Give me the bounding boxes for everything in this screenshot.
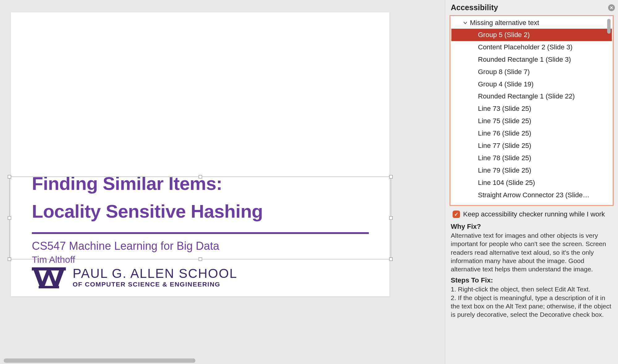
text-cursor-indicator: c — [205, 212, 210, 217]
accessibility-issues-list[interactable]: Missing alternative text Group 5 (Slide … — [451, 17, 612, 204]
issue-item[interactable]: Line 77 (Slide 25) — [451, 140, 612, 152]
uw-w-logo-icon — [32, 267, 66, 288]
issue-item[interactable]: Group 5 (Slide 2) — [451, 29, 612, 41]
why-fix-section: Why Fix? Alternative text for images and… — [445, 223, 618, 276]
step-line: 1. Right-click the object, then select E… — [451, 285, 612, 293]
resize-handle-mid-right[interactable] — [389, 216, 393, 220]
issue-item[interactable]: Line 73 (Slide 25) — [451, 103, 612, 115]
check-icon: ✓ — [454, 211, 458, 218]
chevron-down-icon — [463, 21, 467, 25]
issue-item[interactable]: Line 75 (Slide 25) — [451, 115, 612, 127]
issue-item[interactable]: Line 79 (Slide 25) — [451, 164, 612, 177]
svg-rect-0 — [32, 267, 66, 270]
slide-title-line2: Locality Sensitive Hashing — [32, 198, 369, 225]
slide-title-line1: Finding Similar Items: — [32, 170, 369, 198]
steps-to-fix-section: Steps To Fix: 1. Right-click the object,… — [445, 276, 618, 322]
school-name-main: PAUL G. ALLEN SCHOOL — [73, 267, 237, 280]
accessibility-issues-box: Missing alternative text Group 5 (Slide … — [450, 15, 614, 206]
school-name-sub: OF COMPUTER SCIENCE & ENGINEERING — [73, 281, 237, 288]
issue-item[interactable]: Rounded Rectangle 1 (Slide 22) — [451, 90, 612, 103]
close-pane-button[interactable]: ✕ — [608, 4, 615, 11]
issue-item[interactable]: Content Placeholder 2 (Slide 3) — [451, 41, 612, 53]
keep-running-label: Keep accessibility checker running while… — [463, 210, 605, 218]
accessibility-pane-header: Accessibility ✕ — [445, 0, 618, 15]
resize-handle-bottom-right[interactable] — [389, 257, 393, 261]
issue-item[interactable]: Straight Arrow Connector 205 (Slid… — [451, 201, 612, 204]
resize-handle-top-right[interactable] — [389, 175, 393, 178]
issue-category-label: Missing alternative text — [470, 19, 539, 27]
slide-canvas-area[interactable]: Finding Similar Items: Locality Sensitiv… — [0, 0, 445, 364]
accessibility-pane-title: Accessibility — [451, 3, 498, 12]
resize-handle-bottom-left[interactable] — [8, 257, 11, 261]
issue-item[interactable]: Rounded Rectangle 1 (Slide 3) — [451, 53, 612, 66]
step-line: 2. If the object is meaningful, type a d… — [451, 294, 612, 319]
svg-rect-1 — [39, 286, 59, 288]
school-name: PAUL G. ALLEN SCHOOL OF COMPUTER SCIENCE… — [73, 267, 237, 288]
issue-item[interactable]: Group 4 (Slide 19) — [451, 78, 612, 90]
issue-category-row[interactable]: Missing alternative text — [451, 17, 612, 29]
keep-running-checkbox[interactable]: ✓ — [453, 211, 460, 218]
issue-item[interactable]: Line 104 (Slide 25) — [451, 177, 612, 189]
slide-title-group[interactable]: Finding Similar Items: Locality Sensitiv… — [32, 170, 369, 288]
accessibility-pane: Accessibility ✕ Missing alternative text… — [445, 0, 618, 364]
resize-handle-top-left[interactable] — [8, 175, 11, 178]
issue-item[interactable]: Group 8 (Slide 7) — [451, 66, 612, 78]
close-icon: ✕ — [610, 5, 613, 10]
slide[interactable]: Finding Similar Items: Locality Sensitiv… — [11, 12, 390, 296]
issue-item[interactable]: Line 78 (Slide 25) — [451, 152, 612, 164]
why-fix-body: Alternative text for images and other ob… — [451, 231, 612, 273]
vertical-scrollbar[interactable] — [607, 19, 611, 34]
issue-item[interactable]: Line 76 (Slide 25) — [451, 127, 612, 140]
horizontal-scrollbar[interactable] — [4, 358, 195, 363]
school-logo-row: PAUL G. ALLEN SCHOOL OF COMPUTER SCIENCE… — [32, 267, 369, 288]
resize-handle-mid-left[interactable] — [8, 216, 11, 220]
keep-running-row[interactable]: ✓ Keep accessibility checker running whi… — [445, 209, 618, 223]
steps-title: Steps To Fix: — [451, 276, 612, 284]
slide-subtitle: CS547 Machine Learning for Big Data — [32, 240, 369, 253]
slide-author: Tim Althoff — [32, 254, 369, 265]
why-fix-title: Why Fix? — [451, 223, 612, 231]
title-underline — [32, 232, 369, 234]
issue-item[interactable]: Straight Arrow Connector 23 (Slide… — [451, 189, 612, 201]
